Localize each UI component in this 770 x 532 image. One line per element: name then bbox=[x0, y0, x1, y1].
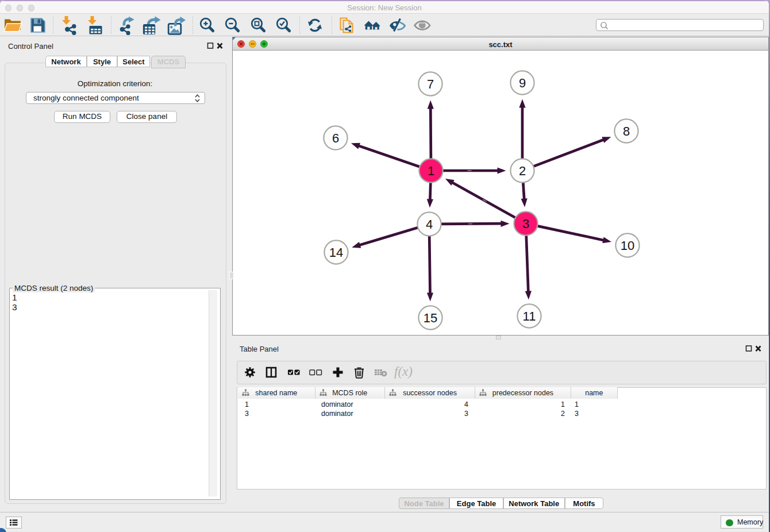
svg-text:7: 7 bbox=[427, 77, 434, 91]
svg-text:6: 6 bbox=[332, 131, 339, 145]
svg-text:2: 2 bbox=[519, 164, 526, 178]
svg-text:11: 11 bbox=[523, 309, 536, 323]
svg-text:10: 10 bbox=[621, 238, 634, 253]
svg-text:1: 1 bbox=[428, 164, 434, 178]
svg-text:3: 3 bbox=[522, 217, 529, 231]
svg-text:15: 15 bbox=[424, 311, 437, 325]
svg-text:4: 4 bbox=[426, 217, 433, 232]
svg-text:9: 9 bbox=[519, 76, 526, 90]
svg-text:14: 14 bbox=[329, 245, 343, 260]
svg-text:8: 8 bbox=[623, 124, 630, 138]
